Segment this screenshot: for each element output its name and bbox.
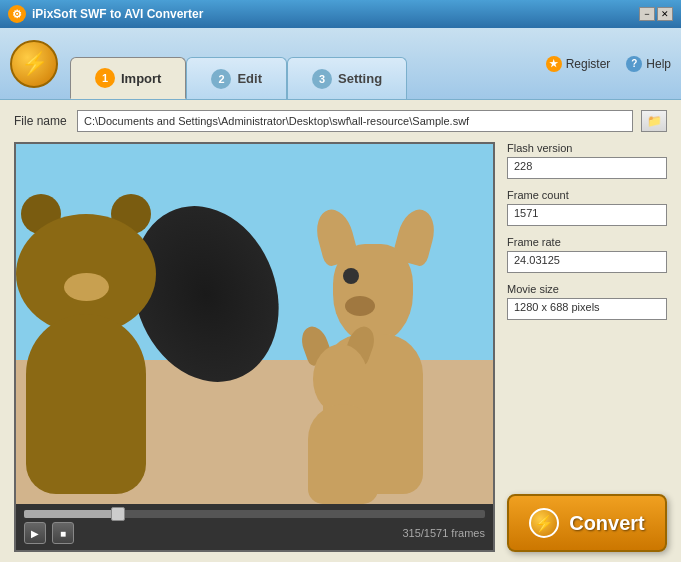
progress-thumb[interactable] <box>111 507 125 521</box>
file-browse-button[interactable]: 📁 <box>641 110 667 132</box>
top-bar: ⚡ 1 Import 2 Edit 3 Setting ★ Register ? <box>0 28 681 100</box>
convert-icon: ⚡ <box>529 508 559 538</box>
progress-fill <box>24 510 116 518</box>
tab-setting[interactable]: 3 Setting <box>287 57 407 99</box>
app-logo: ⚡ <box>10 40 58 88</box>
tab-edit-number: 2 <box>211 69 231 89</box>
convert-btn-container: ⚡ Convert <box>507 484 667 552</box>
small-deer-body <box>308 404 378 504</box>
stop-button[interactable]: ■ <box>52 522 74 544</box>
help-button[interactable]: ? Help <box>626 56 671 72</box>
register-icon: ★ <box>546 56 562 72</box>
tab-import-label: Import <box>121 71 161 86</box>
deer-head <box>333 244 413 344</box>
register-label: Register <box>566 57 611 71</box>
flash-version-group: Flash version 228 <box>507 142 667 179</box>
tab-setting-label: Setting <box>338 71 382 86</box>
help-label: Help <box>646 57 671 71</box>
stop-icon: ■ <box>60 528 66 539</box>
tab-import-number: 1 <box>95 68 115 88</box>
bear-nose <box>64 273 109 301</box>
file-name-row: File name 📁 <box>14 110 667 132</box>
flash-version-label: Flash version <box>507 142 667 154</box>
frame-count-group: Frame count 1571 <box>507 189 667 226</box>
register-button[interactable]: ★ Register <box>546 56 611 72</box>
small-deer-character <box>293 354 393 504</box>
video-scene <box>16 144 493 504</box>
convert-button[interactable]: ⚡ Convert <box>507 494 667 552</box>
minimize-button[interactable]: − <box>639 7 655 21</box>
frame-rate-label: Frame rate <box>507 236 667 248</box>
tab-import[interactable]: 1 Import <box>70 57 186 99</box>
right-panel: Flash version 228 Frame count 1571 Frame… <box>507 142 667 552</box>
video-display <box>16 144 493 504</box>
app-title: iPixSoft SWF to AVI Converter <box>32 7 203 21</box>
deer-eye <box>343 268 359 284</box>
play-button[interactable]: ▶ <box>24 522 46 544</box>
video-controls: ▶ ■ 315/1571 frames <box>16 504 493 550</box>
controls-row: ▶ ■ 315/1571 frames <box>24 522 485 544</box>
bear-body <box>26 314 146 494</box>
tab-bar: 1 Import 2 Edit 3 Setting <box>70 28 407 99</box>
deer-nose <box>345 296 375 316</box>
title-bar: ⚙ iPixSoft SWF to AVI Converter − ✕ <box>0 0 681 28</box>
frame-rate-value: 24.03125 <box>507 251 667 273</box>
tab-edit[interactable]: 2 Edit <box>186 57 287 99</box>
main-content-row: ▶ ■ 315/1571 frames Flash version 228 <box>14 142 667 552</box>
bear-character <box>16 234 186 494</box>
content-area: File name 📁 <box>0 100 681 562</box>
movie-size-group: Movie size 1280 x 688 pixels <box>507 283 667 320</box>
convert-button-label: Convert <box>569 512 645 535</box>
frame-count-display: 315/1571 frames <box>402 527 485 539</box>
title-bar-left: ⚙ iPixSoft SWF to AVI Converter <box>8 5 203 23</box>
movie-size-value: 1280 x 688 pixels <box>507 298 667 320</box>
movie-size-label: Movie size <box>507 283 667 295</box>
frame-count-value: 1571 <box>507 204 667 226</box>
logo-icon: ⚡ <box>21 51 48 77</box>
file-name-label: File name <box>14 114 69 128</box>
close-button[interactable]: ✕ <box>657 7 673 21</box>
file-name-input[interactable] <box>77 110 633 132</box>
video-panel: ▶ ■ 315/1571 frames <box>14 142 495 552</box>
tab-edit-label: Edit <box>237 71 262 86</box>
frame-rate-group: Frame rate 24.03125 <box>507 236 667 273</box>
window-controls: − ✕ <box>639 7 673 21</box>
flash-version-value: 228 <box>507 157 667 179</box>
play-icon: ▶ <box>31 528 39 539</box>
main-container: ⚡ 1 Import 2 Edit 3 Setting ★ Register ? <box>0 28 681 562</box>
folder-icon: 📁 <box>647 114 662 128</box>
progress-bar[interactable] <box>24 510 485 518</box>
app-icon: ⚙ <box>8 5 26 23</box>
frame-count-label: Frame count <box>507 189 667 201</box>
help-icon: ? <box>626 56 642 72</box>
tab-setting-number: 3 <box>312 69 332 89</box>
top-right-controls: ★ Register ? Help <box>546 56 671 72</box>
